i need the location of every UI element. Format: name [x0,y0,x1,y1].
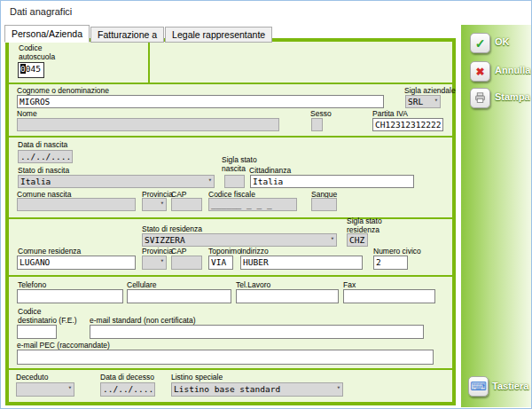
cap-residenza-field [171,256,202,270]
email-standard-field[interactable] [90,325,424,339]
fax-label: Fax [343,280,356,289]
section-divider [9,136,452,138]
data-nascita-field: ../../.... [18,150,73,163]
sigla-stato-residenza-field: CHZ [347,233,368,247]
comune-residenza-field[interactable]: LUGANO [17,256,136,270]
provincia-residenza-dropdown: ▾ [142,256,167,270]
numero-civico-label: Numero civico [373,247,421,256]
chevron-down-icon: ▾ [434,97,438,104]
deceduto-label: Deceduto [16,373,48,381]
tab-strip: Persona/Azienda Fatturazione a Legale ra… [4,25,273,43]
tab-fatturazione-a[interactable]: Fatturazione a [90,27,164,43]
tel-lavoro-field[interactable] [236,289,339,303]
printer-icon [474,92,486,104]
nome-label: Nome [17,109,37,118]
stato-residenza-dropdown[interactable]: SVIZZERA▾ [142,233,337,247]
codice-destinatario-field[interactable] [17,325,57,339]
dropdown-value: SRL [408,97,423,106]
numero-civico-field[interactable]: 2 [373,256,408,270]
partita-iva-label: Partita IVA [372,109,408,118]
dati-anagrafici-window: Dati anagrafici Persona/Azienda Fatturaz… [0,0,532,409]
comune-residenza-label: Comune residenza [18,247,81,256]
sangue-field [311,198,337,211]
keyboard-icon: ⌨ [470,381,487,392]
cellulare-field[interactable] [127,289,231,303]
sigla-stato-residenza-label-line1: Sigla stato [347,216,382,225]
provincia-nascita-dropdown: ▾ [142,198,167,211]
sigla-stato-nascita-label-line1: Sigla stato [222,155,257,164]
ok-button-label: OK [495,36,510,47]
form-panel: Codice autoscuola 0045 Cognome o denomin… [5,38,456,405]
cittadinanza-field[interactable]: Italia [250,175,414,188]
stato-nascita-dropdown[interactable]: Italia▾ [18,175,215,188]
chevron-down-icon: ▾ [160,257,164,264]
annulla-button-label: Annulla [495,65,530,75]
tel-lavoro-label: Tel.Lavoro [236,280,270,289]
tastiera-button[interactable]: ⌨ [468,376,489,397]
codice-fiscale-field: ______ _ _ _ [208,198,297,211]
sigla-stato-nascita-field [224,175,245,188]
telefono-label: Telefono [18,280,46,289]
action-sidebar: ✓ OK ✖ Annulla Stampa ⌨ Tastiera [461,25,531,407]
email-pec-label: e-mail PEC (raccomandate) [17,341,110,350]
tab-persona-azienda[interactable]: Persona/Azienda [4,25,90,43]
sesso-label: Sesso [310,109,332,118]
partita-iva-field[interactable]: CH12312312222 [372,118,443,131]
email-standard-label: e-mail standard (non certificata) [90,316,196,325]
chevron-down-icon: ▾ [68,384,72,391]
dropdown-value: Listino base standard [174,384,280,394]
section-divider [9,368,452,370]
section-divider [148,42,150,83]
field-text: 045 [26,64,41,74]
sesso-field [311,118,323,131]
listino-speciale-label: Listino speciale [171,373,223,381]
window-title: Dati anagrafici [10,6,72,17]
x-icon: ✖ [475,67,484,77]
cellulare-label: Cellulare [127,280,157,289]
sigla-stato-nascita-label-line2: nascita [222,164,246,173]
chevron-down-icon: ▾ [160,200,164,207]
section-divider [9,275,452,277]
stampa-button[interactable] [470,88,490,108]
cap-residenza-label: CAP [171,247,186,256]
data-decesso-field: ../../.... [100,382,155,397]
stato-nascita-label: Stato di nascita [18,166,69,175]
indirizzo-label: Indirizzo [240,247,269,256]
dropdown-value: SVIZZERA [145,235,185,245]
email-pec-field[interactable] [17,350,434,365]
codice-autoscuola-label-line2: autoscuola [19,52,55,61]
data-decesso-label: Data di decesso [100,373,154,381]
dropdown-value: Italia [20,177,51,186]
chevron-down-icon: ▾ [331,235,334,242]
deceduto-dropdown: ▾ [16,382,74,397]
cittadinanza-label: Cittadinanza [249,166,291,175]
tastiera-button-label: Tastiera [492,381,528,391]
provincia-residenza-label: Provincia [142,247,173,256]
indirizzo-field[interactable]: HUBER [240,256,363,270]
codice-destinatario-label-line1: Codice [18,307,41,316]
sigla-aziendale-label: Sigla aziendale [404,86,456,95]
sigla-aziendale-dropdown[interactable]: SRL▾ [405,95,441,108]
fax-field[interactable] [343,289,435,303]
stato-residenza-label: Stato di residenza [142,224,202,233]
stampa-button-label: Stampa [495,91,530,102]
nome-field [17,118,279,131]
cognome-label: Cognome o denominazione [17,86,109,95]
toponimo-label: Toponimo [208,247,241,256]
chevron-down-icon: ▾ [208,177,212,184]
data-nascita-label: Data di nascita [18,140,67,149]
tab-legale-rappresentante[interactable]: Legale rappresentante [165,27,272,43]
section-divider [9,217,452,219]
codice-autoscuola-field[interactable]: 0045 [18,62,44,78]
cognome-field[interactable]: MIGROS [17,95,384,108]
cap-nascita-field [171,198,202,211]
telefono-field[interactable] [17,289,123,303]
codice-destinatario-label-line2: destinatario (F.E.) [18,316,77,325]
section-divider [9,83,452,84]
listino-speciale-dropdown[interactable]: Listino base standard▾ [171,382,343,397]
toponimo-field[interactable]: VIA [208,256,233,270]
ok-button[interactable]: ✓ [470,33,490,53]
codice-autoscuola-label-line1: Codice [19,43,42,52]
chevron-down-icon: ▾ [337,384,340,391]
annulla-button[interactable]: ✖ [470,61,490,82]
